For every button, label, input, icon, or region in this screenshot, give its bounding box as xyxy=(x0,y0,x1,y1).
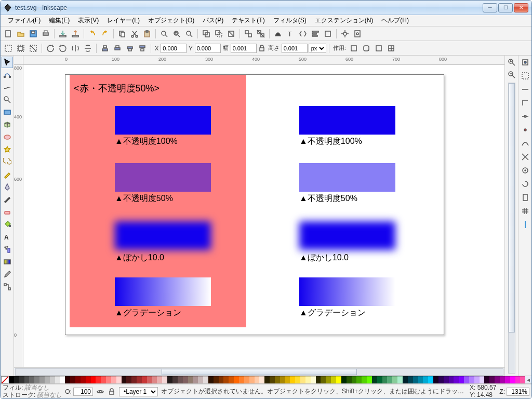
swatch[interactable] xyxy=(162,376,167,383)
zoom-drawing-icon[interactable] xyxy=(171,28,182,39)
snap-guide-icon[interactable] xyxy=(520,219,531,230)
zoom-fit-icon[interactable] xyxy=(158,28,170,39)
menu-file[interactable]: ファイル(F) xyxy=(4,15,45,26)
rect-l3[interactable] xyxy=(115,221,211,250)
swatch[interactable] xyxy=(311,376,316,383)
layer-select[interactable]: •Layer 1 xyxy=(119,387,158,396)
swatch[interactable] xyxy=(285,376,290,383)
swatch[interactable] xyxy=(142,376,147,383)
swatch[interactable] xyxy=(464,376,469,383)
menu-text[interactable]: テキスト(T) xyxy=(228,15,269,26)
swatch[interactable] xyxy=(367,376,372,383)
gradient-tool-icon[interactable] xyxy=(2,256,13,268)
swatch[interactable] xyxy=(362,376,367,383)
swatch[interactable] xyxy=(474,376,480,383)
lower-bottom-icon[interactable] xyxy=(99,43,111,54)
flip-h-icon[interactable] xyxy=(70,43,81,54)
swatch[interactable] xyxy=(495,376,500,383)
swatch[interactable] xyxy=(418,376,423,383)
swatch[interactable] xyxy=(65,376,70,383)
menu-layer[interactable]: レイヤー(L) xyxy=(103,15,144,26)
prefs-icon[interactable] xyxy=(339,28,351,39)
print-icon[interactable] xyxy=(40,28,51,39)
unit-select[interactable]: px xyxy=(309,44,326,53)
snap-intersect-icon[interactable] xyxy=(520,151,531,163)
transform-dialog-icon[interactable] xyxy=(322,28,334,39)
copy-icon[interactable] xyxy=(116,28,128,39)
swatch[interactable] xyxy=(152,376,157,383)
swatch[interactable] xyxy=(116,376,122,383)
swatch[interactable] xyxy=(305,376,311,383)
swatch[interactable] xyxy=(101,376,106,383)
zoom-tool-icon[interactable] xyxy=(2,94,13,105)
xml-editor-icon[interactable] xyxy=(297,28,309,39)
export-icon[interactable] xyxy=(70,28,81,39)
lock-layer-icon[interactable] xyxy=(108,388,116,396)
visibility-icon[interactable] xyxy=(96,388,104,396)
raise-icon[interactable] xyxy=(124,43,136,54)
swatch[interactable] xyxy=(428,376,433,383)
swatch[interactable] xyxy=(454,376,459,383)
zoom-out-icon[interactable] xyxy=(506,69,517,81)
swatch[interactable] xyxy=(193,376,198,383)
swatch[interactable] xyxy=(275,376,280,383)
snap-bbox-icon[interactable] xyxy=(520,70,531,82)
swatch[interactable] xyxy=(300,376,305,383)
y-input[interactable] xyxy=(195,44,221,53)
snap-edge-icon[interactable] xyxy=(520,84,531,95)
affect-gradient-icon[interactable] xyxy=(373,43,384,54)
swatch[interactable] xyxy=(316,376,321,383)
affect-stroke-icon[interactable] xyxy=(348,43,360,54)
rect-l2[interactable] xyxy=(115,163,211,192)
swatch[interactable] xyxy=(438,376,444,383)
color-palette[interactable]: ◂ xyxy=(1,376,531,384)
text-tool2-icon[interactable]: A xyxy=(2,231,13,243)
swatch[interactable] xyxy=(208,376,214,383)
swatch[interactable] xyxy=(55,376,60,383)
w-input[interactable] xyxy=(231,44,257,53)
rect-r4[interactable] xyxy=(299,277,395,306)
snap-center-icon[interactable] xyxy=(520,165,531,176)
swatch[interactable] xyxy=(423,376,428,383)
swatch[interactable] xyxy=(264,376,270,383)
opacity-input[interactable] xyxy=(73,388,93,396)
select-tool-icon[interactable] xyxy=(2,57,13,68)
swatch[interactable] xyxy=(86,376,91,383)
swatch[interactable] xyxy=(270,376,275,383)
swatch[interactable] xyxy=(167,376,172,383)
swatch[interactable] xyxy=(203,376,208,383)
import-icon[interactable] xyxy=(57,28,69,39)
swatch[interactable] xyxy=(50,376,55,383)
swatch[interactable] xyxy=(449,376,454,383)
swatch[interactable] xyxy=(356,376,362,383)
rect-r3[interactable] xyxy=(299,221,395,250)
snap-toggle-icon[interactable] xyxy=(520,57,531,68)
swatch[interactable] xyxy=(515,376,521,383)
swatch[interactable] xyxy=(259,376,264,383)
lower-icon[interactable] xyxy=(112,43,123,54)
rect-tool-icon[interactable] xyxy=(2,107,13,118)
x-input[interactable] xyxy=(161,44,187,53)
swatch[interactable] xyxy=(392,376,397,383)
swatch[interactable] xyxy=(137,376,142,383)
swatch[interactable] xyxy=(111,376,116,383)
swatch[interactable] xyxy=(106,376,111,383)
swatch[interactable] xyxy=(331,376,336,383)
dropper-tool-icon[interactable] xyxy=(2,269,13,280)
duplicate-icon[interactable] xyxy=(201,28,212,39)
snap-page-icon[interactable] xyxy=(520,192,531,203)
ellipse-tool-icon[interactable] xyxy=(2,131,13,143)
close-button[interactable]: ✕ xyxy=(514,3,528,12)
ruler-horizontal[interactable]: 0 100 200 300 400 500 600 700 800 xyxy=(23,56,504,65)
swatch[interactable] xyxy=(352,376,357,383)
swatch[interactable] xyxy=(280,376,285,383)
vscrollbar[interactable] xyxy=(508,83,515,374)
swatch[interactable] xyxy=(126,376,131,383)
text-tool-icon[interactable]: T xyxy=(285,28,296,39)
swatch[interactable] xyxy=(178,376,183,383)
swatch[interactable] xyxy=(408,376,413,383)
swatch[interactable] xyxy=(239,376,244,383)
swatch[interactable] xyxy=(377,376,382,383)
snap-path-icon[interactable] xyxy=(520,138,531,149)
node-tool-icon[interactable] xyxy=(2,69,13,81)
